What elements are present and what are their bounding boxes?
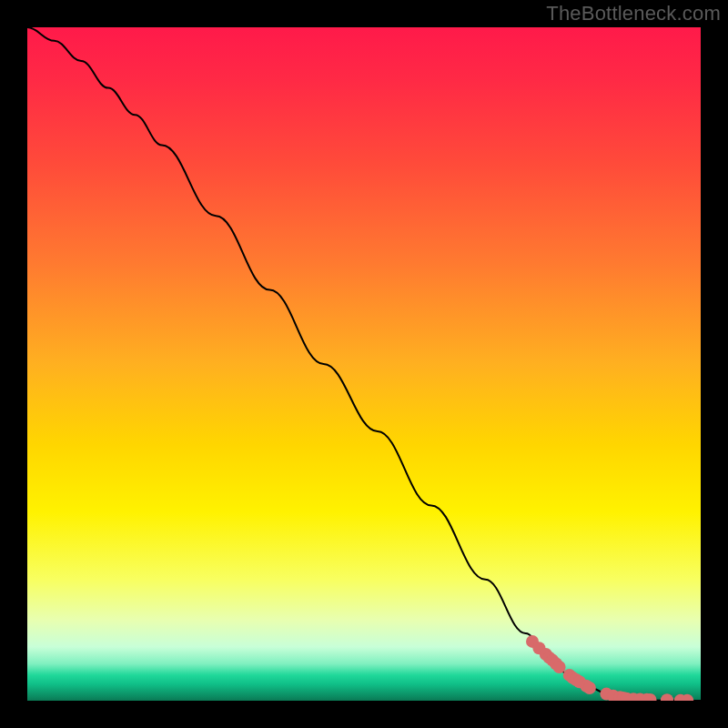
watermark-text: TheBottleneck.com: [546, 2, 721, 25]
highlighted-points: [27, 27, 701, 701]
data-point: [583, 682, 596, 694]
chart-frame: TheBottleneck.com: [0, 0, 728, 728]
data-point: [553, 661, 566, 673]
plot-area: [27, 27, 701, 701]
data-point: [661, 693, 673, 701]
